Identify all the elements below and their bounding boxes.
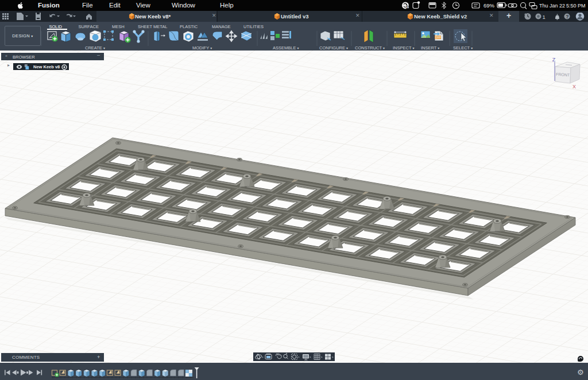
svg-text:Z: Z <box>552 57 556 63</box>
svg-text:69%: 69% <box>483 2 495 9</box>
svg-text:X: X <box>572 84 576 90</box>
svg-text:DXF: DXF <box>435 36 441 39</box>
svg-text:1: 1 <box>543 14 546 20</box>
svg-text:FRONT: FRONT <box>556 72 570 77</box>
svg-text:?: ? <box>566 14 568 20</box>
svg-text:1: 1 <box>407 6 408 9</box>
